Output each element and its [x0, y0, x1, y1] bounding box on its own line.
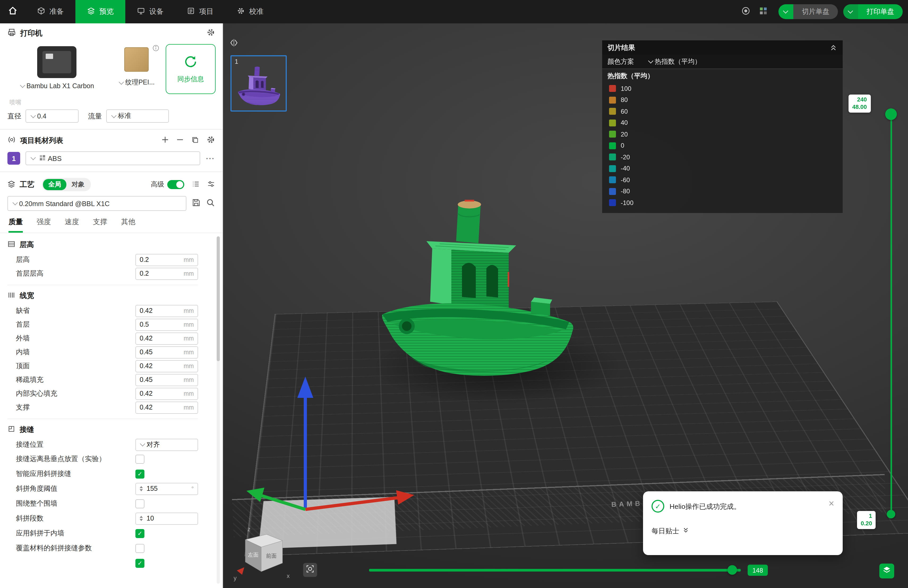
layer-slider-track[interactable]	[890, 115, 892, 514]
line-width-outer-wall-input[interactable]: 0.42mm	[135, 332, 198, 345]
collapse-panel-icon[interactable]	[829, 43, 837, 52]
line-width-internal-solid-input[interactable]: 0.42mm	[135, 388, 198, 400]
nozzle-label: 喷嘴	[10, 98, 222, 106]
seam-position-select[interactable]: 对齐	[135, 438, 198, 451]
filament-select[interactable]: ABS	[26, 151, 200, 165]
smart-scarf-seam-checkbox[interactable]	[135, 469, 145, 478]
layer-slider-bottom-handle[interactable]	[887, 510, 895, 519]
tune-icon[interactable]	[207, 180, 215, 189]
process-preset-select[interactable]: 0.20mm Standard @BBL X1C	[7, 196, 187, 211]
plate-type-card[interactable]: 纹理PEI...	[111, 43, 161, 94]
save-preset-icon[interactable]	[192, 198, 201, 209]
svg-text:前面: 前面	[266, 553, 277, 559]
project-icon	[187, 7, 195, 16]
home-button[interactable]	[0, 0, 26, 23]
scheme-dropdown-icon[interactable]	[648, 58, 654, 63]
add-filament-icon[interactable]	[161, 136, 169, 145]
line-width-inner-wall-input[interactable]: 0.45mm	[135, 346, 198, 358]
scarf-segments-input[interactable]: 10	[135, 512, 198, 525]
scrollbar-thumb[interactable]	[217, 236, 220, 361]
filament-slot-number[interactable]: 1	[7, 152, 20, 165]
entire-wall-loop-checkbox[interactable]	[135, 499, 145, 508]
slice-result-panel: 切片结果 颜色方案 热指数（平均） 热指数（平均） 100 80 60 40 2…	[602, 40, 843, 213]
remove-filament-icon[interactable]	[176, 136, 184, 145]
color-scheme-value[interactable]: 热指数（平均）	[655, 57, 701, 66]
layer-height-input[interactable]: 0.2mm	[135, 254, 198, 266]
override-filament-seam-checkbox[interactable]	[135, 544, 145, 553]
tab-calibration[interactable]: 校准	[225, 0, 275, 23]
legend-swatch	[609, 142, 616, 149]
diameter-label: 直径	[7, 111, 21, 121]
tab-support[interactable]: 支撑	[93, 217, 107, 233]
printer-card[interactable]: Bambu Lab X1 Carbon	[6, 43, 107, 94]
scope-object[interactable]: 对象	[66, 179, 90, 190]
printer-settings-gear-icon[interactable]	[206, 28, 215, 38]
slice-result-title: 切片结果	[607, 43, 635, 52]
line-width-default-input[interactable]: 0.42mm	[135, 304, 198, 317]
benchy-model[interactable]	[372, 192, 584, 378]
line-width-first-layer-input[interactable]: 0.5mm	[135, 319, 198, 331]
slice-plate-button[interactable]: 切片单盘	[778, 4, 838, 19]
tab-prepare[interactable]: 准备	[26, 0, 76, 23]
progress-slider-track[interactable]	[369, 569, 741, 572]
scope-toggle[interactable]: 全局 对象	[42, 178, 91, 191]
plate-thumbnail[interactable]: 1	[230, 55, 287, 111]
layer-slider-top-handle[interactable]	[885, 108, 897, 120]
preview-icon	[87, 7, 95, 16]
print-plate-button[interactable]: 打印单盘	[843, 4, 903, 19]
legend-item: 100	[602, 83, 843, 94]
collapse-sidebar-icon[interactable]	[229, 38, 238, 49]
scope-global[interactable]: 全局	[43, 179, 66, 190]
search-icon[interactable]	[206, 198, 215, 209]
line-width-sparse-infill-input[interactable]: 0.45mm	[135, 374, 198, 386]
print-dropdown-icon[interactable]	[843, 4, 858, 19]
filament-color-icon	[39, 154, 46, 162]
filament-settings-gear-icon[interactable]	[206, 135, 215, 145]
navigation-cube[interactable]: z 左面 前面 y x	[230, 525, 299, 583]
daily-tip-row[interactable]: 每日贴士	[652, 527, 834, 536]
plate-settings-icon[interactable]	[759, 6, 768, 17]
legend-swatch	[609, 97, 616, 103]
tab-speed[interactable]: 速度	[65, 217, 79, 233]
progress-slider-handle[interactable]	[728, 565, 737, 575]
legend-swatch	[609, 131, 616, 138]
sync-info-button[interactable]: 同步信息	[166, 44, 216, 94]
tab-quality[interactable]: 质量	[8, 217, 23, 233]
seam-away-checkbox[interactable]	[135, 454, 145, 464]
tab-project[interactable]: 项目	[175, 0, 225, 23]
duplicate-filament-icon[interactable]	[191, 136, 199, 145]
layers-view-button[interactable]	[879, 564, 894, 578]
scarf-inner-wall-checkbox[interactable]	[135, 529, 145, 538]
svg-text:左面: 左面	[248, 552, 259, 558]
scarf-angle-threshold-input[interactable]: 155°	[135, 483, 198, 495]
success-check-icon	[652, 500, 664, 512]
tab-preview[interactable]: 预览	[76, 0, 125, 23]
diameter-select[interactable]: 0.4	[26, 110, 79, 123]
snapshot-button[interactable]	[303, 562, 317, 577]
filament-more-icon[interactable]: ⋯	[206, 153, 215, 164]
settings-scrollbar[interactable]	[217, 236, 220, 584]
printer-image	[37, 46, 76, 78]
advanced-toggle[interactable]	[167, 180, 184, 189]
group-layer-height: 层高	[7, 234, 198, 253]
assembly-view-icon[interactable]	[741, 6, 750, 17]
layer-height-icon	[7, 240, 15, 250]
view-list-icon[interactable]	[192, 180, 200, 189]
notification-close-icon[interactable]: ×	[829, 500, 834, 507]
clipped-checkbox[interactable]	[135, 559, 145, 567]
color-scheme-label: 颜色方案	[607, 57, 634, 66]
flow-select[interactable]: 标准	[106, 110, 169, 123]
spinner-arrows[interactable]	[140, 516, 143, 521]
slice-dropdown-icon[interactable]	[778, 4, 793, 19]
legend-swatch	[609, 188, 616, 195]
first-layer-height-input[interactable]: 0.2mm	[135, 267, 198, 280]
tab-others[interactable]: 其他	[121, 217, 135, 233]
settings-list: 层高 层高 0.2mm 首层层高 0.2mm 线宽 缺省 0.42mm 首层 0…	[0, 233, 222, 588]
info-icon[interactable]	[152, 44, 159, 54]
spinner-arrows[interactable]	[140, 486, 143, 491]
line-width-support-input[interactable]: 0.42mm	[135, 401, 198, 414]
tab-strength[interactable]: 强度	[37, 217, 51, 233]
tab-device[interactable]: 设备	[125, 0, 175, 23]
line-width-top-surface-input[interactable]: 0.42mm	[135, 360, 198, 372]
3d-viewport[interactable]: BAMBULAB 1	[223, 23, 908, 588]
